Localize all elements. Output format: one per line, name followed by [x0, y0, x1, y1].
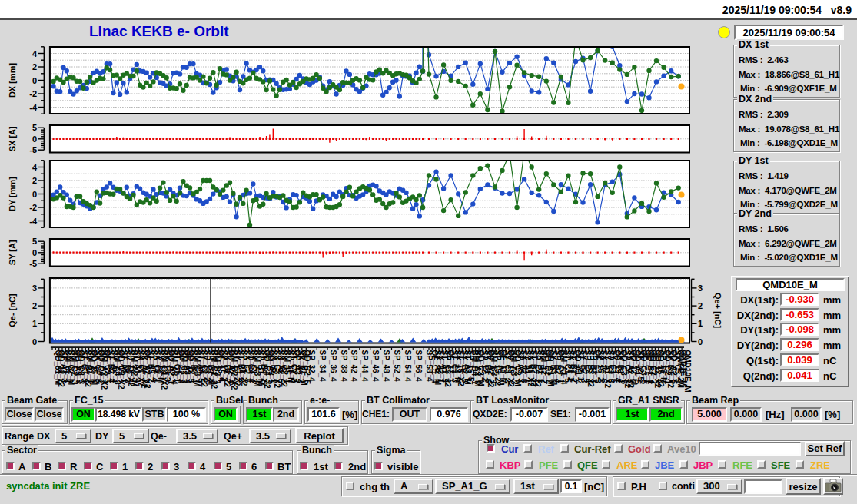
svg-text:-4: -4	[29, 217, 38, 226]
svg-text:1: 1	[698, 319, 703, 328]
svg-text:Qe+ [nC]: Qe+ [nC]	[713, 293, 722, 328]
svg-text:SP_46_4: SP_46_4	[371, 350, 380, 383]
svg-text:SP_32_4: SP_32_4	[307, 350, 316, 383]
svg-text:SP_56_4: SP_56_4	[414, 350, 423, 383]
svg-text:0: 0	[32, 190, 37, 199]
svg-text:SP_44_4: SP_44_4	[360, 350, 369, 383]
svg-text:-2: -2	[29, 89, 37, 98]
svg-text:3: 3	[32, 284, 37, 293]
svg-text:SP_34_4: SP_34_4	[318, 350, 327, 383]
svg-text:Qe- [nC]: Qe- [nC]	[8, 293, 17, 327]
svg-text:5: 5	[32, 237, 37, 246]
svg-text:SY [A]: SY [A]	[8, 240, 17, 265]
svg-text:0: 0	[32, 134, 37, 144]
svg-text:-5: -5	[29, 259, 37, 268]
svg-text:-4: -4	[29, 103, 38, 112]
svg-text:0: 0	[698, 337, 703, 346]
svg-text:DY [mm]: DY [mm]	[8, 177, 17, 211]
svg-text:2: 2	[698, 301, 703, 310]
svg-text:SP_52_4: SP_52_4	[393, 350, 401, 383]
svg-text:2: 2	[32, 62, 37, 71]
svg-text:0: 0	[32, 248, 37, 257]
svg-text:DX [mm]: DX [mm]	[8, 63, 17, 98]
svg-text:-2: -2	[29, 203, 37, 212]
svg-text:QMD10E_M: QMD10E_M	[683, 350, 692, 393]
svg-text:SP_42_4: SP_42_4	[350, 350, 358, 383]
svg-text:0: 0	[32, 76, 37, 85]
svg-text:4: 4	[32, 163, 38, 172]
svg-text:SP_48_4: SP_48_4	[382, 350, 390, 383]
svg-text:3: 3	[698, 284, 703, 293]
svg-text:SX [A]: SX [A]	[8, 126, 17, 151]
svg-text:SP_38_4: SP_38_4	[340, 350, 348, 383]
svg-text:1: 1	[32, 319, 37, 328]
svg-text:0: 0	[32, 337, 37, 346]
svg-text:4: 4	[32, 49, 38, 58]
svg-text:2: 2	[32, 301, 37, 310]
svg-text:2: 2	[32, 176, 37, 185]
svg-text:5: 5	[32, 123, 37, 132]
svg-text:SP_36_4: SP_36_4	[329, 350, 337, 383]
svg-text:-5: -5	[29, 145, 37, 154]
svg-text:SP_54_4: SP_54_4	[404, 350, 412, 383]
